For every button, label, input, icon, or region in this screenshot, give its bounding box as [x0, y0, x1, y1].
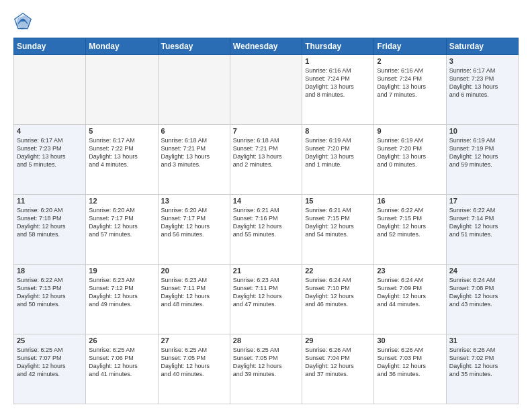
calendar-cell: 4Sunrise: 6:17 AM Sunset: 7:23 PM Daylig…	[14, 125, 86, 195]
day-info: Sunrise: 6:21 AM Sunset: 7:15 PM Dayligh…	[305, 206, 371, 239]
calendar-cell: 20Sunrise: 6:23 AM Sunset: 7:11 PM Dayli…	[158, 265, 230, 334]
calendar-week-4: 18Sunrise: 6:22 AM Sunset: 7:13 PM Dayli…	[14, 265, 519, 334]
calendar-cell	[14, 55, 86, 125]
day-info: Sunrise: 6:20 AM Sunset: 7:18 PM Dayligh…	[17, 206, 83, 239]
calendar-cell: 25Sunrise: 6:25 AM Sunset: 7:07 PM Dayli…	[14, 334, 86, 404]
day-number: 3	[449, 57, 515, 65]
weekday-header-saturday: Saturday	[446, 38, 518, 55]
calendar-cell: 12Sunrise: 6:20 AM Sunset: 7:17 PM Dayli…	[86, 195, 158, 265]
day-number: 9	[377, 127, 443, 135]
day-info: Sunrise: 6:26 AM Sunset: 7:03 PM Dayligh…	[377, 346, 443, 379]
day-info: Sunrise: 6:25 AM Sunset: 7:05 PM Dayligh…	[161, 346, 227, 379]
day-number: 24	[449, 267, 515, 275]
calendar-cell: 23Sunrise: 6:24 AM Sunset: 7:09 PM Dayli…	[374, 265, 446, 334]
calendar-cell: 22Sunrise: 6:24 AM Sunset: 7:10 PM Dayli…	[302, 265, 374, 334]
day-info: Sunrise: 6:23 AM Sunset: 7:11 PM Dayligh…	[161, 276, 227, 309]
day-number: 14	[233, 197, 299, 205]
calendar-week-1: 1Sunrise: 6:16 AM Sunset: 7:24 PM Daylig…	[14, 55, 519, 125]
day-info: Sunrise: 6:24 AM Sunset: 7:09 PM Dayligh…	[377, 276, 443, 309]
calendar-cell: 16Sunrise: 6:22 AM Sunset: 7:15 PM Dayli…	[374, 195, 446, 265]
day-info: Sunrise: 6:19 AM Sunset: 7:20 PM Dayligh…	[377, 136, 443, 169]
calendar-cell: 11Sunrise: 6:20 AM Sunset: 7:18 PM Dayli…	[14, 195, 86, 265]
day-number: 8	[305, 127, 371, 135]
calendar-week-5: 25Sunrise: 6:25 AM Sunset: 7:07 PM Dayli…	[14, 334, 519, 404]
calendar-cell: 21Sunrise: 6:23 AM Sunset: 7:11 PM Dayli…	[230, 265, 302, 334]
calendar-cell: 14Sunrise: 6:21 AM Sunset: 7:16 PM Dayli…	[230, 195, 302, 265]
calendar-cell: 31Sunrise: 6:26 AM Sunset: 7:02 PM Dayli…	[446, 334, 518, 404]
day-number: 30	[377, 336, 443, 345]
day-number: 5	[89, 127, 154, 135]
weekday-header-monday: Monday	[86, 38, 158, 55]
day-info: Sunrise: 6:24 AM Sunset: 7:10 PM Dayligh…	[305, 276, 371, 309]
day-number: 13	[161, 197, 227, 205]
day-info: Sunrise: 6:26 AM Sunset: 7:04 PM Dayligh…	[305, 346, 371, 379]
day-info: Sunrise: 6:25 AM Sunset: 7:05 PM Dayligh…	[233, 346, 299, 379]
calendar-cell: 29Sunrise: 6:26 AM Sunset: 7:04 PM Dayli…	[302, 334, 374, 404]
day-info: Sunrise: 6:25 AM Sunset: 7:06 PM Dayligh…	[89, 346, 154, 379]
day-number: 4	[17, 127, 83, 135]
day-number: 18	[17, 267, 83, 275]
day-number: 23	[377, 267, 443, 275]
weekday-header-friday: Friday	[374, 38, 446, 55]
day-info: Sunrise: 6:26 AM Sunset: 7:02 PM Dayligh…	[449, 346, 515, 379]
day-number: 10	[449, 127, 515, 135]
day-number: 16	[377, 197, 443, 205]
calendar-cell: 8Sunrise: 6:19 AM Sunset: 7:20 PM Daylig…	[302, 125, 374, 195]
calendar-cell	[158, 55, 230, 125]
calendar-cell: 18Sunrise: 6:22 AM Sunset: 7:13 PM Dayli…	[14, 265, 86, 334]
weekday-header-tuesday: Tuesday	[158, 38, 230, 55]
day-number: 28	[233, 336, 299, 345]
page: SundayMondayTuesdayWednesdayThursdayFrid…	[0, 0, 532, 411]
calendar-cell: 2Sunrise: 6:16 AM Sunset: 7:24 PM Daylig…	[374, 55, 446, 125]
day-number: 6	[161, 127, 227, 135]
day-number: 15	[305, 197, 371, 205]
day-number: 25	[17, 336, 83, 345]
day-number: 7	[233, 127, 299, 135]
calendar-cell: 7Sunrise: 6:18 AM Sunset: 7:21 PM Daylig…	[230, 125, 302, 195]
calendar-cell: 19Sunrise: 6:23 AM Sunset: 7:12 PM Dayli…	[86, 265, 158, 334]
day-number: 22	[305, 267, 371, 275]
weekday-header-thursday: Thursday	[302, 38, 374, 55]
day-info: Sunrise: 6:23 AM Sunset: 7:12 PM Dayligh…	[89, 276, 154, 309]
day-number: 29	[305, 336, 371, 345]
day-info: Sunrise: 6:17 AM Sunset: 7:22 PM Dayligh…	[89, 136, 154, 169]
calendar-cell: 1Sunrise: 6:16 AM Sunset: 7:24 PM Daylig…	[302, 55, 374, 125]
day-info: Sunrise: 6:18 AM Sunset: 7:21 PM Dayligh…	[161, 136, 227, 169]
calendar-cell: 3Sunrise: 6:17 AM Sunset: 7:23 PM Daylig…	[446, 55, 518, 125]
day-number: 20	[161, 267, 227, 275]
calendar-cell: 26Sunrise: 6:25 AM Sunset: 7:06 PM Dayli…	[86, 334, 158, 404]
day-number: 1	[305, 57, 371, 65]
day-info: Sunrise: 6:18 AM Sunset: 7:21 PM Dayligh…	[233, 136, 299, 169]
day-info: Sunrise: 6:19 AM Sunset: 7:19 PM Dayligh…	[449, 136, 515, 169]
calendar-cell	[230, 55, 302, 125]
day-info: Sunrise: 6:21 AM Sunset: 7:16 PM Dayligh…	[233, 206, 299, 239]
day-info: Sunrise: 6:19 AM Sunset: 7:20 PM Dayligh…	[305, 136, 371, 169]
day-number: 17	[449, 197, 515, 205]
calendar-cell: 5Sunrise: 6:17 AM Sunset: 7:22 PM Daylig…	[86, 125, 158, 195]
day-info: Sunrise: 6:17 AM Sunset: 7:23 PM Dayligh…	[17, 136, 83, 169]
day-number: 21	[233, 267, 299, 275]
day-info: Sunrise: 6:16 AM Sunset: 7:24 PM Dayligh…	[305, 66, 371, 99]
day-info: Sunrise: 6:20 AM Sunset: 7:17 PM Dayligh…	[161, 206, 227, 239]
day-info: Sunrise: 6:23 AM Sunset: 7:11 PM Dayligh…	[233, 276, 299, 309]
calendar-cell: 30Sunrise: 6:26 AM Sunset: 7:03 PM Dayli…	[374, 334, 446, 404]
calendar-cell: 6Sunrise: 6:18 AM Sunset: 7:21 PM Daylig…	[158, 125, 230, 195]
calendar-cell	[86, 55, 158, 125]
calendar-cell: 27Sunrise: 6:25 AM Sunset: 7:05 PM Dayli…	[158, 334, 230, 404]
day-number: 19	[89, 267, 154, 275]
day-number: 11	[17, 197, 83, 205]
weekday-header-sunday: Sunday	[14, 38, 86, 55]
day-info: Sunrise: 6:16 AM Sunset: 7:24 PM Dayligh…	[377, 66, 443, 99]
calendar-cell: 10Sunrise: 6:19 AM Sunset: 7:19 PM Dayli…	[446, 125, 518, 195]
day-info: Sunrise: 6:24 AM Sunset: 7:08 PM Dayligh…	[449, 276, 515, 309]
calendar-cell: 15Sunrise: 6:21 AM Sunset: 7:15 PM Dayli…	[302, 195, 374, 265]
calendar-cell: 17Sunrise: 6:22 AM Sunset: 7:14 PM Dayli…	[446, 195, 518, 265]
calendar-cell: 9Sunrise: 6:19 AM Sunset: 7:20 PM Daylig…	[374, 125, 446, 195]
weekday-header-wednesday: Wednesday	[230, 38, 302, 55]
day-number: 12	[89, 197, 154, 205]
day-info: Sunrise: 6:22 AM Sunset: 7:14 PM Dayligh…	[449, 206, 515, 239]
weekday-header-row: SundayMondayTuesdayWednesdayThursdayFrid…	[14, 38, 519, 55]
calendar-table: SundayMondayTuesdayWednesdayThursdayFrid…	[13, 38, 519, 404]
day-info: Sunrise: 6:20 AM Sunset: 7:17 PM Dayligh…	[89, 206, 154, 239]
header	[13, 12, 519, 31]
